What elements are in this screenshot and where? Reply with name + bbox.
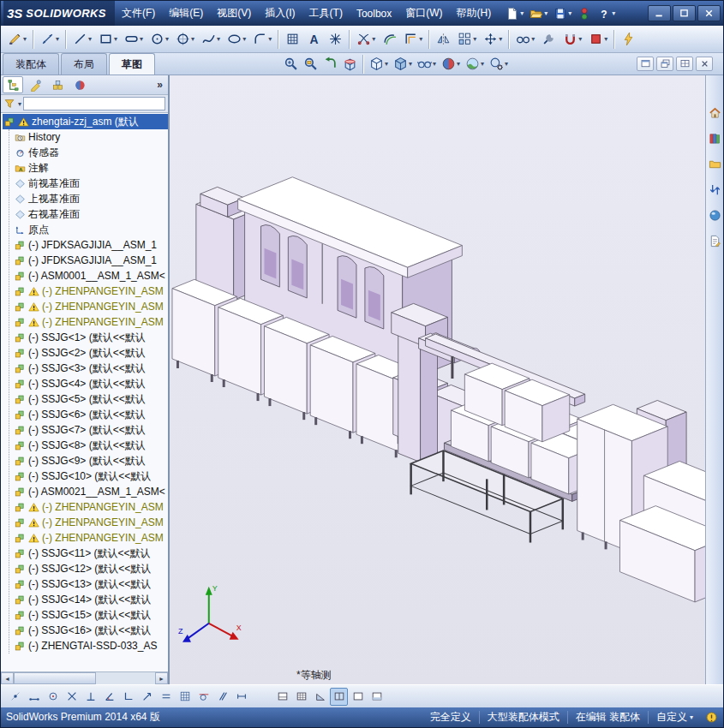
save-button[interactable]: ▾ (551, 4, 574, 23)
close-button[interactable] (697, 5, 721, 21)
circle-button[interactable]: ▾ (147, 28, 172, 50)
zoom-area-button[interactable] (301, 54, 320, 74)
doc-restore-button[interactable] (637, 57, 654, 71)
3d-model-view[interactable]: YXZ (170, 75, 705, 684)
hide-show-items-button[interactable]: ▾ (415, 54, 439, 74)
move-entities-button[interactable]: ▾ (480, 28, 506, 50)
snap-midpoints-button[interactable] (25, 688, 43, 706)
minimize-button[interactable] (648, 5, 671, 21)
tree-item[interactable]: (-) ZHENPANGEYIN_ASM (9, 299, 168, 314)
view-orientation-button[interactable]: ▾ (367, 54, 391, 74)
doc-cascade-button[interactable] (656, 57, 673, 71)
propertymanager-tab[interactable] (25, 76, 45, 93)
tree-item[interactable]: (-) SSJG<7> (默认<<默认 (9, 422, 168, 438)
tree-item[interactable]: (-) ASM0021__ASM_1_ASM< (9, 484, 168, 499)
previous-view-button[interactable] (320, 54, 340, 74)
no-solve-move-button[interactable]: ▾ (585, 28, 611, 50)
scroll-right-button[interactable]: ► (155, 672, 168, 684)
command-tab-0[interactable]: 装配体 (3, 53, 59, 75)
tree-item[interactable]: (-) SSJG<2> (默认<<默认 (9, 345, 168, 361)
snap-corner-button[interactable] (119, 688, 137, 706)
doc-split-button[interactable] (676, 57, 693, 71)
viewport-frame-button[interactable] (273, 688, 291, 706)
menu-item-5[interactable]: Toolbox (350, 1, 398, 26)
smart-dimension-button[interactable]: ▾ (37, 28, 63, 50)
tree-item[interactable]: (-) SSJG<16> (默认<<默认 (9, 623, 168, 638)
command-tab-1[interactable]: 布局 (61, 53, 107, 75)
section-view-button[interactable] (340, 54, 360, 74)
file-explorer-button[interactable] (707, 156, 723, 172)
tree-item[interactable]: (-) SSJG<6> (默认<<默认 (9, 407, 168, 422)
scroll-left-button[interactable]: ◄ (1, 672, 14, 684)
text-button[interactable]: A (303, 28, 325, 50)
linear-pattern-button[interactable]: ▾ (454, 28, 480, 50)
configurationmanager-tab[interactable] (47, 76, 68, 93)
tree-item[interactable]: (-) ZHENPANGEYIN_ASM (9, 515, 168, 530)
status-tip-icon[interactable] (705, 711, 718, 724)
tree-item[interactable]: (-) SSJG<10> (默认<<默认 (9, 468, 168, 484)
sketch-picture-button[interactable] (282, 28, 303, 50)
edit-appearance-button[interactable]: ▾ (439, 54, 463, 74)
tree-item[interactable]: (-) JFDKSAGJIJIA__ASM_1 (9, 237, 168, 253)
command-tab-2[interactable]: 草图 (109, 53, 155, 75)
line-button[interactable]: ▾ (69, 28, 95, 50)
open-button[interactable]: ▾ (527, 4, 550, 23)
tree-item[interactable]: (-) SSJG<15> (默认<<默认 (9, 607, 168, 623)
perimeter-circle-button[interactable]: ▾ (172, 28, 198, 50)
instant2d-button[interactable] (618, 28, 639, 50)
filter-dropdown-icon[interactable]: ▾ (18, 100, 21, 108)
view-settings-button[interactable]: ▾ (487, 54, 511, 74)
viewport-single-view-button[interactable] (349, 688, 367, 706)
tree-item[interactable]: (-) SSJG<1> (默认<<默认 (9, 330, 168, 345)
rectangle-button[interactable]: ▾ (95, 28, 121, 50)
repair-sketch-button[interactable] (538, 28, 559, 50)
new-document-button[interactable]: ▾ (503, 4, 526, 23)
displaymanager-tab[interactable] (69, 76, 90, 93)
zoom-fit-button[interactable] (281, 54, 301, 74)
tree-item[interactable]: (-) JFDKSAGJIJIA__ASM_1 (9, 253, 168, 268)
tree-item[interactable]: (-) SSJG<8> (默认<<默认 (9, 438, 168, 453)
menu-item-4[interactable]: 工具(T) (302, 1, 350, 26)
tree-item[interactable]: (-) SSJG<4> (默认<<默认 (9, 376, 168, 391)
ellipse-button[interactable]: ▾ (224, 28, 249, 50)
status-custom-dropdown-icon[interactable]: ▾ (690, 713, 693, 721)
slot-button[interactable]: ▾ (121, 28, 147, 50)
scrollbar-track[interactable] (14, 672, 155, 684)
tree-item[interactable]: 传感器 (9, 145, 168, 160)
convert-entities-button[interactable] (379, 28, 400, 50)
design-library-button[interactable] (707, 130, 723, 146)
tree-item[interactable]: (-) SSJG<14> (默认<<默认 (9, 592, 168, 607)
snap-grid-button[interactable] (176, 688, 194, 706)
doc-close-button[interactable] (696, 57, 713, 71)
tree-item[interactable]: 右视基准面 (9, 206, 168, 222)
filter-funnel-icon[interactable] (3, 98, 15, 110)
tree-item[interactable]: (-) ZHENGTAI-SSD-033_AS (9, 638, 168, 653)
viewport-grid-button[interactable] (292, 688, 310, 706)
offset-entities-button[interactable]: ▾ (400, 28, 426, 50)
menu-item-7[interactable]: 帮助(H) (450, 1, 499, 26)
home-button[interactable] (707, 104, 723, 121)
snap-nearest-button[interactable] (138, 688, 156, 706)
tree-item[interactable]: (-) ZHENPANGEYIN_ASM (9, 314, 168, 330)
snap-center-button[interactable] (44, 688, 62, 706)
tree-item[interactable]: (-) SSJG<3> (默认<<默认 (9, 361, 168, 376)
appearances-button[interactable] (707, 207, 723, 224)
menu-item-2[interactable]: 视图(V) (210, 1, 258, 26)
display-style-button[interactable]: ▾ (391, 54, 415, 74)
apply-scene-button[interactable]: ▾ (463, 54, 487, 74)
featuremanager-tab[interactable] (3, 76, 23, 93)
tree-item[interactable]: History (9, 129, 168, 145)
status-custom[interactable]: 自定义 (656, 710, 687, 725)
panel-overflow-chevron-icon[interactable]: » (153, 79, 166, 91)
trim-entities-button[interactable]: ▾ (353, 28, 379, 50)
tree-item[interactable]: 上视基准面 (9, 191, 168, 206)
filter-input[interactable] (23, 97, 165, 110)
tree-item[interactable]: (-) SSJG<9> (默认<<默认 (9, 453, 168, 468)
snap-points-button[interactable] (6, 688, 24, 706)
sketch-button[interactable]: ▾ (4, 28, 30, 50)
snap-angle-button[interactable] (100, 688, 118, 706)
tree-item[interactable]: (-) SSJG<13> (默认<<默认 (9, 576, 168, 592)
help-button[interactable]: ?▾ (595, 4, 618, 23)
menu-item-3[interactable]: 插入(I) (258, 1, 302, 26)
menu-item-0[interactable]: 文件(F) (115, 1, 162, 26)
